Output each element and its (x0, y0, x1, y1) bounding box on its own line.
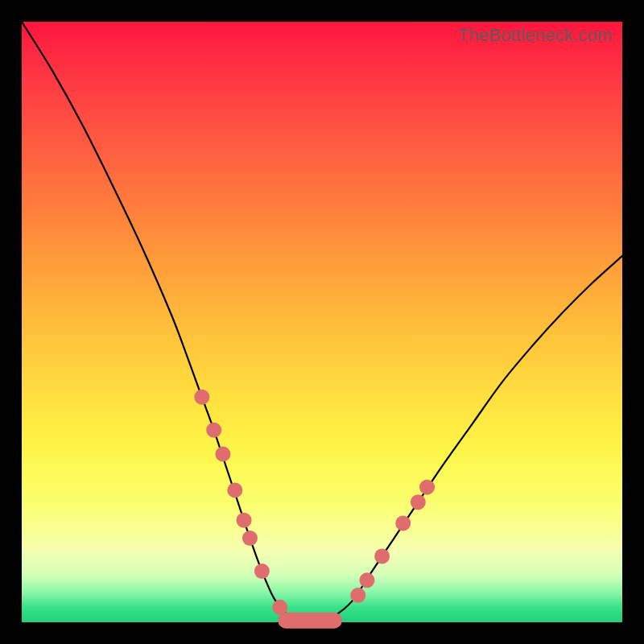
valley-pill (278, 613, 342, 629)
chart-frame: TheBottleneck.com (0, 0, 644, 644)
curve-marker (237, 513, 252, 528)
curve-marker (395, 515, 411, 530)
curve-marker (350, 588, 365, 603)
curve-marker (227, 482, 242, 497)
curve-marker (419, 480, 435, 495)
marker-group (194, 390, 435, 629)
curve-marker (272, 600, 287, 615)
curve-marker (242, 530, 258, 546)
curve-marker (215, 447, 230, 462)
curve-marker (359, 572, 374, 588)
bottleneck-curve (22, 22, 622, 622)
curve-layer (22, 22, 622, 622)
curve-marker (194, 390, 209, 405)
curve-marker (411, 494, 426, 510)
plot-area: TheBottleneck.com (22, 22, 622, 622)
curve-marker (254, 564, 270, 579)
curve-marker (206, 423, 221, 438)
curve-marker (374, 548, 390, 564)
